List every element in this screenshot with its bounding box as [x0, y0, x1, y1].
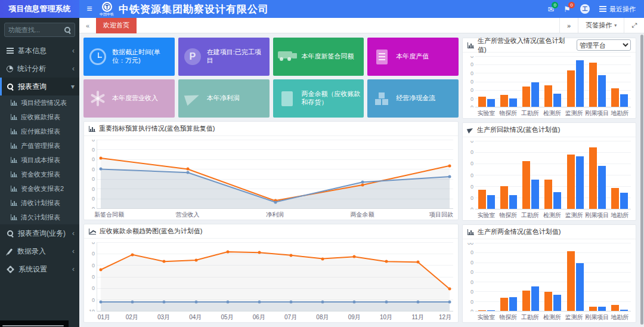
- tab-welcome-home[interactable]: 欢迎首页: [96, 18, 137, 33]
- sidebar-subitem[interactable]: 应付账款报表: [0, 124, 79, 138]
- sidebar-subitem[interactable]: 项目成本报表: [0, 153, 79, 167]
- sidebar-item-report-query[interactable]: 报表查询 ▾: [0, 78, 79, 95]
- sidebar-item-report-query-biz[interactable]: 报表查询(业务) ‹: [0, 224, 79, 242]
- card-data-cutoff[interactable]: 数据截止时间(单位：万元): [83, 38, 175, 76]
- sidebar-subitem[interactable]: 项目经营情况表: [0, 95, 79, 110]
- bar-groups: [475, 243, 631, 311]
- sidebar-subitem[interactable]: 应收账款报表: [0, 110, 79, 124]
- data-point: [416, 261, 419, 264]
- sidebar-search: [4, 23, 75, 37]
- scroll-tabs-left-icon[interactable]: «: [79, 22, 96, 29]
- sidebar-item-data-entry[interactable]: 数据录入 ‹: [0, 242, 79, 260]
- tab-operations-dropdown[interactable]: 页签操作 ▾: [578, 18, 624, 33]
- y-tick-label: 0: [470, 172, 473, 178]
- scrollbar-thumb[interactable]: [640, 35, 643, 325]
- card-projects[interactable]: 在建项目:已完工项目: [178, 38, 270, 76]
- bar-chart-icon: [11, 171, 17, 177]
- data-point: [385, 301, 388, 304]
- bar: [522, 291, 530, 311]
- mail-icon[interactable]: ✉0: [547, 5, 554, 14]
- y-tick-label: 0: [92, 140, 95, 143]
- card-net-profit[interactable]: 本年净利润: [178, 79, 270, 118]
- x-tick-label: 物探所: [497, 209, 519, 219]
- scroll-tabs-right-icon[interactable]: »: [559, 18, 578, 33]
- y-tick-label: 0: [470, 279, 473, 285]
- bar-group: [542, 141, 564, 209]
- y-tick-label: 0: [470, 161, 473, 166]
- x-tick-label: 项目回款: [429, 211, 453, 219]
- sidebar-item-basic-info[interactable]: 基本信息 ‹: [0, 42, 79, 60]
- search-icon: [7, 230, 14, 237]
- bar: [611, 305, 619, 311]
- card-two-funds[interactable]: 两金余额（应收账款和存货）: [273, 79, 364, 118]
- bar: [576, 60, 584, 107]
- sidebar-item-label: 报表查询(业务): [18, 229, 68, 239]
- panel-header: 应收账款余额趋势图(蓝色为计划值): [84, 224, 458, 239]
- user-emblem-icon[interactable]: 工: [580, 4, 590, 14]
- data-point: [131, 301, 134, 304]
- sidebar-item-label: 系统设置: [18, 264, 68, 274]
- sidebar-subitem[interactable]: 资金收支报表: [0, 167, 79, 181]
- x-tick-label: 地勘所: [609, 209, 631, 219]
- data-point: [274, 200, 277, 203]
- bar-chart-icon: [467, 229, 474, 235]
- sidebar-item-stat-analysis[interactable]: 统计分析 ‹: [0, 60, 79, 78]
- card-revenue[interactable]: 本年度营业收入: [83, 79, 175, 118]
- data-point: [99, 157, 102, 160]
- card-output-value[interactable]: 本年度产值: [367, 38, 459, 76]
- bar: [567, 70, 575, 107]
- bar-group: [586, 141, 608, 209]
- panel-collections-by-unit: 生产所回款情况(蓝色计划值) 0000000实验室物探所工勘所检测所监测所刚果项…: [462, 122, 636, 221]
- app-window: 项目信息管理系统 基本信息 ‹ 统计分析 ‹ 报表查询 ▾ 项目经营情况表: [0, 0, 644, 327]
- platform-select[interactable]: 管理平台: [577, 39, 631, 51]
- hamburger-menu-icon[interactable]: ≡: [79, 4, 100, 14]
- bar: [487, 310, 495, 311]
- asterisk-icon: [97, 91, 99, 106]
- card-cash-flow[interactable]: 经营净现金流: [367, 79, 459, 118]
- axis-corner: [465, 209, 475, 219]
- bar: [611, 188, 619, 209]
- data-point: [385, 260, 388, 263]
- y-tick-label: 0: [92, 147, 95, 153]
- sidebar-subitem[interactable]: 产值管理报表: [0, 138, 79, 153]
- x-tick-label: 实验室: [475, 209, 497, 219]
- data-point: [99, 269, 102, 272]
- flag-icon[interactable]: ⚑0: [564, 5, 571, 14]
- sidebar-subitem[interactable]: 清欠计划报表: [0, 210, 79, 224]
- bar-group: [475, 56, 497, 107]
- panel-title: 生产所两金情况(蓝色计划值): [478, 227, 561, 236]
- bar-group: [564, 243, 586, 311]
- x-tick-label: 监测所: [563, 311, 585, 321]
- tab-bar-actions: » 页签操作 ▾ ⤢: [559, 18, 644, 33]
- bar: [589, 63, 597, 107]
- sidebar-subitem[interactable]: 资金收支报表2: [0, 181, 79, 196]
- search-icon[interactable]: [64, 26, 71, 33]
- subitem-label: 项目经营情况表: [21, 98, 67, 107]
- sidebar: 项目信息管理系统 基本信息 ‹ 统计分析 ‹ 报表查询 ▾ 项目经营情况表: [0, 0, 79, 327]
- x-tick-label: 实验室: [475, 107, 497, 117]
- y-tick-label: 0: [92, 251, 95, 257]
- sidebar-submenu: 项目经营情况表 应收账款报表 应付账款报表 产值管理报表 项目成本报表 资金收支…: [0, 95, 79, 224]
- data-point: [321, 301, 324, 304]
- card-new-contracts[interactable]: 本年度新签合同额: [273, 38, 364, 76]
- bar-group: [475, 243, 497, 311]
- y-tick-label: 0: [92, 166, 95, 172]
- bar: [544, 292, 552, 311]
- subitem-label: 资金收支报表: [21, 170, 60, 179]
- sidebar-item-system-settings[interactable]: 系统设置 ‹: [0, 260, 79, 278]
- bar-chart-icon: [89, 126, 95, 132]
- sidebar-subitem[interactable]: 清收计划报表: [0, 196, 79, 210]
- recent-operations-button[interactable]: 最近操作: [599, 5, 636, 14]
- panel-receivables-trend: 应收账款余额趋势图(蓝色为计划值) 0000001001月02月03月04月05…: [83, 224, 459, 323]
- x-axis-labels: 实验室物探所工勘所检测所监测所刚果项目地勘所: [475, 311, 631, 321]
- fullscreen-icon[interactable]: ⤢: [624, 18, 644, 33]
- search-input[interactable]: [8, 26, 64, 33]
- data-point: [290, 301, 293, 304]
- bar-groups: [475, 141, 631, 209]
- data-point: [226, 301, 229, 304]
- y-tick-label: 0: [470, 96, 473, 102]
- bar: [567, 251, 575, 311]
- y-tick-label: 0: [470, 260, 473, 266]
- y-tick-label: 0: [470, 269, 473, 275]
- vertical-scrollbar[interactable]: [640, 33, 644, 327]
